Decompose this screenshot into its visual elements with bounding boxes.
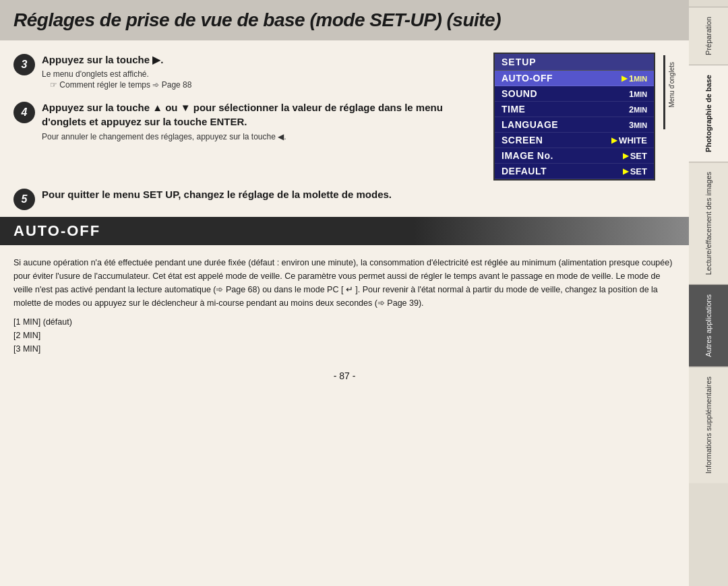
auto-off-option-3: [3 MIN]	[13, 342, 675, 356]
auto-off-title: AUTO-OFF	[13, 222, 100, 239]
setup-arrow-screen: ▶	[611, 135, 617, 145]
setup-value-time: 2MIN	[629, 104, 647, 115]
sidebar-tab-preparation-label: Préparation	[704, 17, 713, 55]
sidebar-tab-autres[interactable]: Autres applications	[689, 284, 728, 366]
auto-off-description: Si aucune opération n'a été effectuée pe…	[13, 256, 675, 310]
setup-value-sound: 1MIN	[629, 89, 647, 99]
sidebar-tab-autres-label: Autres applications	[704, 294, 713, 357]
sidebar-tab-informations[interactable]: Informations supplémentaires	[689, 366, 728, 483]
setup-box-header: SETUP	[495, 54, 654, 71]
setup-row-default: DEFAULT ▶ SET	[495, 164, 654, 179]
menu-bracket-line	[663, 55, 665, 129]
setup-row-auto-off: AUTO-OFF ▶ 1MIN	[495, 71, 654, 86]
setup-box-body: AUTO-OFF ▶ 1MIN SOUND 1MIN TIME 2MIN	[495, 71, 654, 179]
step-4-note: Pour annuler le changement des réglages,…	[42, 131, 480, 143]
page-number: - 87 -	[0, 362, 689, 387]
step-3-title: Appuyez sur la touche ▶.	[42, 53, 480, 67]
setup-row-image-no: IMAGE No. ▶ SET	[495, 148, 654, 164]
sidebar-tab-photographie-label: Photographie de base	[704, 75, 713, 152]
setup-arrow-default: ▶	[623, 166, 629, 176]
sidebar-tab-preparation[interactable]: Préparation	[689, 7, 728, 65]
setup-value-image-no: SET	[630, 151, 647, 161]
setup-label-time: TIME	[502, 104, 629, 115]
step-3: 3 Appuyez sur la touche ▶. Le menu d'ong…	[13, 53, 480, 90]
setup-value-default: SET	[630, 166, 647, 176]
step-5: 5 Pour quitter le menu SET UP, changez l…	[0, 187, 689, 217]
auto-off-option-1: [1 MIN] (défaut)	[13, 315, 675, 329]
setup-row-time: TIME 2MIN	[495, 102, 654, 117]
page-title: Réglages de prise de vue de base (mode S…	[13, 9, 675, 31]
page-header: Réglages de prise de vue de base (mode S…	[0, 0, 689, 40]
step-number-4: 4	[13, 102, 35, 123]
auto-off-option-2: [2 MIN]	[13, 329, 675, 342]
setup-display-area: SETUP AUTO-OFF ▶ 1MIN SOUND 1MIN	[493, 53, 675, 181]
step-3-sub1: Le menu d'onglets est affiché.	[42, 69, 480, 79]
setup-label-screen: SCREEN	[502, 135, 611, 145]
setup-box: SETUP AUTO-OFF ▶ 1MIN SOUND 1MIN	[493, 53, 655, 181]
setup-arrow-auto-off: ▶	[621, 73, 628, 83]
menu-donglets-label: Menu d'onglets	[668, 62, 675, 108]
right-sidebar: Préparation Photographie de base Lecture…	[689, 0, 728, 586]
step-number-5: 5	[13, 189, 35, 210]
setup-row-sound: SOUND 1MIN	[495, 86, 654, 102]
setup-row-screen: SCREEN ▶ WHITE	[495, 133, 654, 148]
sidebar-tab-photographie[interactable]: Photographie de base	[689, 65, 728, 162]
step-4: 4 Appuyez sur la touche ▲ ou ▼ pour séle…	[13, 100, 480, 143]
step-4-title: Appuyez sur la touche ▲ ou ▼ pour sélect…	[42, 100, 480, 129]
auto-off-header: AUTO-OFF	[0, 217, 689, 245]
setup-row-language: LANGUAGE 3MIN	[495, 117, 654, 133]
auto-off-options: [1 MIN] (défaut) [2 MIN] [3 MIN]	[13, 315, 675, 356]
step-5-title: Pour quitter le menu SET UP, changez le …	[42, 187, 675, 201]
setup-value-auto-off: 1MIN	[629, 73, 647, 84]
setup-label-default: DEFAULT	[502, 166, 623, 176]
setup-value-screen: WHITE	[619, 135, 647, 145]
setup-arrow-image-no: ▶	[623, 151, 629, 160]
setup-label-language: LANGUAGE	[502, 119, 629, 130]
step-3-sub2: ☞ Comment régler le temps ➾ Page 88	[42, 80, 480, 90]
setup-label-auto-off: AUTO-OFF	[502, 73, 621, 84]
setup-value-language: 3MIN	[629, 120, 647, 130]
sidebar-tab-informations-label: Informations supplémentaires	[704, 377, 713, 474]
sidebar-tab-lecture[interactable]: Lecture/effacement des images	[689, 162, 728, 284]
menu-bracket: Menu d'onglets	[661, 55, 675, 129]
setup-label-image-no: IMAGE No.	[502, 150, 623, 161]
sidebar-tab-lecture-label: Lecture/effacement des images	[704, 172, 713, 275]
auto-off-body: Si aucune opération n'a été effectuée pe…	[0, 245, 689, 362]
step-number-3: 3	[13, 54, 35, 75]
setup-label-sound: SOUND	[502, 88, 629, 99]
